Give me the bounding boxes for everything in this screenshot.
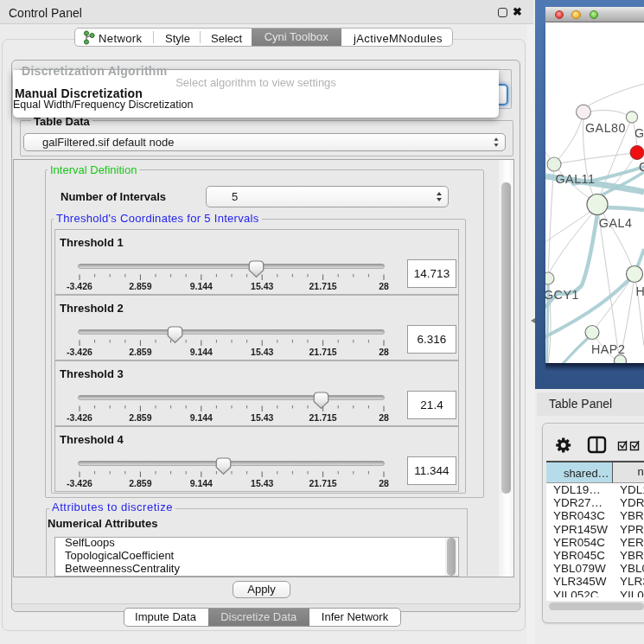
- svg-text:2.859: 2.859: [129, 478, 151, 488]
- svg-text:-3.426: -3.426: [67, 412, 92, 423]
- svg-text:15.43: 15.43: [251, 412, 273, 423]
- svg-text:28: 28: [379, 347, 389, 357]
- svg-text:2.859: 2.859: [129, 281, 151, 291]
- svg-text:21.715: 21.715: [309, 281, 337, 291]
- svg-text:2.859: 2.859: [129, 412, 151, 423]
- svg-text:HAP2: HAP2: [591, 342, 625, 356]
- svg-text:C: C: [639, 160, 644, 174]
- svg-text:H: H: [636, 284, 644, 298]
- svg-text:GCY1: GCY1: [545, 288, 579, 302]
- svg-text:28: 28: [379, 478, 389, 488]
- svg-text:9.144: 9.144: [190, 412, 213, 423]
- svg-text:9.144: 9.144: [190, 281, 213, 291]
- svg-text:21.715: 21.715: [309, 412, 337, 423]
- svg-text:15.43: 15.43: [251, 347, 273, 357]
- svg-text:-3.426: -3.426: [67, 281, 92, 291]
- svg-text:GAL4: GAL4: [599, 216, 633, 230]
- svg-text:15.43: 15.43: [251, 478, 273, 488]
- svg-text:GA: GA: [634, 126, 644, 140]
- svg-text:21.715: 21.715: [309, 347, 337, 357]
- svg-text:GAL11: GAL11: [556, 172, 596, 186]
- svg-text:9.144: 9.144: [190, 478, 213, 488]
- svg-text:28: 28: [379, 412, 389, 423]
- svg-text:28: 28: [379, 281, 389, 291]
- svg-text:-3.426: -3.426: [67, 347, 92, 357]
- svg-text:9.144: 9.144: [190, 347, 213, 357]
- svg-text:GAL80: GAL80: [585, 121, 626, 135]
- svg-text:15.43: 15.43: [251, 281, 273, 291]
- svg-text:21.715: 21.715: [309, 478, 337, 488]
- svg-text:-3.426: -3.426: [67, 478, 92, 488]
- svg-text:2.859: 2.859: [129, 347, 151, 357]
